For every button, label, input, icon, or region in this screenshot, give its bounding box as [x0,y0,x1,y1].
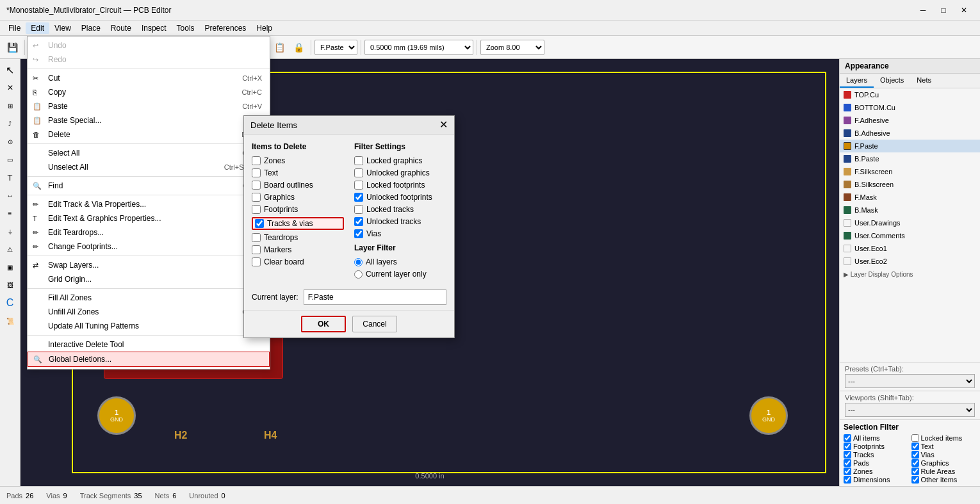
presets-select[interactable]: --- [845,374,975,388]
sf-text-checkbox[interactable] [911,443,919,450]
layer-user-eco1[interactable]: User.Eco1 [840,242,980,255]
menu-fill-zones[interactable]: Fill All Zones B [28,291,270,305]
measure-button[interactable]: ↔ [2,187,19,204]
menu-route[interactable]: Route [106,22,136,34]
filter-unlocked-graphics-checkbox[interactable] [354,168,363,177]
layer-b-paste[interactable]: B.Paste [840,152,980,165]
sf-vias-checkbox[interactable] [911,451,919,459]
tab-layers[interactable]: Layers [840,74,874,88]
layer-b-mask[interactable]: B.Mask [840,204,980,216]
menu-preferences[interactable]: Preferences [200,22,252,34]
import-button[interactable]: C [2,295,19,311]
menu-place[interactable]: Place [76,22,106,34]
delete-zones-checkbox[interactable] [252,156,261,165]
layer-top-cu[interactable]: TOP.Cu [840,88,980,101]
draw-zone-button[interactable]: ▭ [2,151,19,168]
filter-unlocked-tracks-checkbox[interactable] [354,217,363,226]
menu-delete[interactable]: 🗑 Delete Delete [28,127,270,142]
tab-nets[interactable]: Nets [910,74,938,88]
layer-f-paste[interactable]: F.Paste [840,140,980,152]
menu-paste[interactable]: 📋 Paste Ctrl+V [28,99,270,113]
sf-dimensions-checkbox[interactable] [844,476,851,484]
layer-select[interactable]: F.Paste [314,40,357,55]
menu-unfill-zones[interactable]: Unfill All Zones Ctrl+B [28,305,270,319]
delete-text-checkbox[interactable] [252,168,261,177]
current-layer-radio[interactable] [354,270,363,279]
cancel-button[interactable]: Cancel [352,316,397,332]
all-layers-radio[interactable] [354,258,363,266]
viewports-select[interactable]: --- [845,403,975,417]
filter-locked-graphics-checkbox[interactable] [354,156,363,165]
menu-copy[interactable]: ⎘ Copy Ctrl+C [28,85,270,99]
design-rules-button[interactable]: 📋 [270,38,288,56]
route-track-button[interactable]: ⤴ [2,115,19,132]
maximize-button[interactable]: □ [934,4,953,17]
grid-button[interactable]: ⊞ [2,97,19,114]
menu-file[interactable]: File [3,22,26,34]
delete-graphics-checkbox[interactable] [252,193,261,202]
layer-f-adhesive[interactable]: F.Adhesive [840,114,980,127]
sf-other-items-checkbox[interactable] [911,476,919,484]
menu-redo[interactable]: ↪ Redo [28,53,270,67]
lock-button[interactable]: 🔒 [290,38,307,56]
sf-tracks-checkbox[interactable] [844,451,851,459]
dialog-close-button[interactable]: ✕ [439,120,448,130]
layer-b-silkscreen[interactable]: B.Silkscreen [840,178,980,191]
select-tool-button[interactable]: ↖ [2,61,19,78]
layer-b-adhesive[interactable]: B.Adhesive [840,127,980,140]
delete-board-outlines-checkbox[interactable] [252,181,261,190]
menu-undo[interactable]: ↩ Undo [28,38,270,53]
sf-locked-items-checkbox[interactable] [911,434,919,442]
delete-tracks-vias-checkbox[interactable] [255,219,264,228]
ok-button[interactable]: OK [301,316,346,332]
drc-toolbar-button[interactable]: ⚠ [2,241,19,257]
menu-update-tuning[interactable]: Update All Tuning Patterns [28,319,270,333]
filter-unlocked-footprints-checkbox[interactable] [354,193,363,202]
filter-locked-footprints-checkbox[interactable] [354,181,363,190]
footprint-button[interactable]: ▣ [2,259,19,275]
menu-change-footprints[interactable]: ✏ Change Footprints... [28,240,270,254]
delete-footprints-checkbox[interactable] [252,205,261,214]
sf-rule-areas-checkbox[interactable] [911,467,919,475]
filter-locked-tracks-checkbox[interactable] [354,205,363,214]
sf-footprints-checkbox[interactable] [844,443,851,450]
add-text-button[interactable]: T [2,169,19,186]
delete-clear-board-checkbox[interactable] [252,257,261,266]
layers-button[interactable]: ≡ [2,205,19,222]
menu-tools[interactable]: Tools [172,22,200,34]
menu-view[interactable]: View [49,22,76,34]
layer-bottom-cu[interactable]: BOTTOM.Cu [840,101,980,114]
delete-teardrops-checkbox[interactable] [252,233,261,242]
menu-global-deletions[interactable]: 🔍 Global Deletions... [28,352,270,367]
zoom-select[interactable]: Zoom 8.00 [480,40,544,55]
filter-vias-checkbox[interactable] [354,229,363,238]
menu-edit-track-via[interactable]: ✏ Edit Track & Via Properties... [28,197,270,211]
tab-objects[interactable]: Objects [874,74,910,88]
menu-help[interactable]: Help [251,22,277,34]
menu-inspect[interactable]: Inspect [136,22,172,34]
menu-unselect-all[interactable]: Unselect All Ctrl+Shift+A [28,160,270,174]
layer-user-comments[interactable]: User.Comments [840,229,980,242]
menu-cut[interactable]: ✂ Cut Ctrl+X [28,71,270,85]
layer-user-drawings[interactable]: User.Drawings [840,216,980,229]
minimize-button[interactable]: ─ [913,4,933,17]
cross-tool-button[interactable]: ✕ [2,79,19,96]
layer-display-options[interactable]: ▶ Layer Display Options [840,268,980,280]
place-via-button[interactable]: ⊙ [2,133,19,150]
sf-pads-checkbox[interactable] [844,459,851,467]
sf-zones-checkbox[interactable] [844,467,851,475]
menu-edit-teardrops[interactable]: ✏ Edit Teardrops... [28,225,270,240]
menu-grid-origin[interactable]: Grid Origin... [28,272,270,286]
menu-interactive-delete[interactable]: Interactive Delete Tool [28,337,270,352]
menu-select-all[interactable]: Select All Ctrl+A [28,146,270,160]
close-button[interactable]: ✕ [954,4,974,17]
delete-markers-checkbox[interactable] [252,245,261,254]
script-button[interactable]: 📜 [2,313,19,329]
menu-edit-text[interactable]: T Edit Text & Graphics Properties... [28,211,270,225]
menu-edit[interactable]: Edit [26,22,49,34]
sf-all-items-checkbox[interactable] [844,434,851,442]
menu-swap-layers[interactable]: ⇄ Swap Layers... [28,258,270,272]
track-width-select[interactable]: 0.5000 mm (19.69 mils) [364,40,473,55]
menu-find[interactable]: 🔍 Find Ctrl+F [28,179,270,193]
current-layer-input[interactable] [304,289,446,305]
